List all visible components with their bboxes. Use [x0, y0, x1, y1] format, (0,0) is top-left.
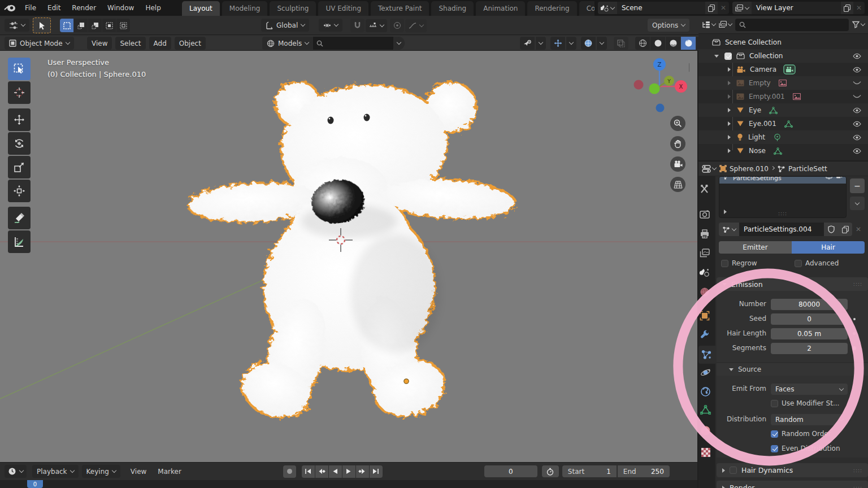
- outliner-row-eye[interactable]: Eye: [698, 103, 868, 117]
- tab-tool[interactable]: [700, 184, 710, 194]
- axis-z-neg-handle[interactable]: [656, 104, 665, 112]
- overlays-toggle[interactable]: [581, 37, 596, 50]
- particle-slot-remove-button[interactable]: −: [850, 178, 865, 193]
- tab-view-layer[interactable]: [700, 249, 710, 258]
- tool-settings-dropdown[interactable]: [5, 19, 29, 32]
- use-preview-range-toggle[interactable]: [542, 465, 559, 477]
- use-modifier-stack-checkbox[interactable]: [771, 400, 778, 407]
- proportional-edit-toggle[interactable]: [390, 19, 404, 32]
- number-field[interactable]: 80000: [771, 299, 848, 310]
- play-reverse-button[interactable]: [329, 465, 342, 478]
- menu-render[interactable]: Render: [66, 1, 102, 15]
- tab-compositing[interactable]: Compos: [579, 1, 594, 16]
- seed-animate-dot[interactable]: [853, 318, 856, 320]
- teddy-bear-model[interactable]: [188, 79, 515, 426]
- object-visibility-button[interactable]: [520, 37, 535, 50]
- timeline-view-menu[interactable]: View: [125, 464, 152, 479]
- distribution-dropdown[interactable]: Random: [771, 414, 848, 425]
- navigation-gizmo[interactable]: Z Y X: [631, 54, 693, 116]
- hair-toggle-button[interactable]: Hair: [792, 241, 865, 254]
- segments-field[interactable]: 2: [771, 343, 848, 354]
- expand-arrow-icon[interactable]: [728, 67, 731, 72]
- current-frame-field[interactable]: 0: [484, 465, 537, 477]
- menu-select[interactable]: Select: [115, 37, 145, 50]
- asset-library-dropdown[interactable]: Models: [262, 37, 313, 50]
- select-mode-intersect-button[interactable]: [116, 19, 130, 32]
- eye-visible-icon[interactable]: [853, 134, 861, 141]
- tab-world[interactable]: [700, 287, 710, 297]
- unlink-datablock-button[interactable]: ✕: [852, 223, 865, 236]
- list-expand-arrow[interactable]: [724, 210, 727, 214]
- particle-slot-specials-button[interactable]: [850, 197, 865, 210]
- seed-field[interactable]: 0: [771, 313, 848, 325]
- scene-name[interactable]: Scene: [617, 4, 705, 12]
- tab-particles[interactable]: [701, 349, 712, 360]
- emit-from-dropdown[interactable]: Faces: [771, 384, 848, 395]
- tab-shading[interactable]: Shading: [431, 1, 474, 16]
- play-button[interactable]: [342, 465, 355, 478]
- outliner-filter-display-dropdown[interactable]: [719, 21, 732, 28]
- snap-settings-dropdown[interactable]: [366, 19, 387, 32]
- regrow-checkbox-row[interactable]: Regrow: [721, 259, 757, 267]
- hair-dynamics-checkbox[interactable]: [730, 467, 737, 474]
- outliner-row-eye-001[interactable]: Eye.001: [698, 117, 868, 130]
- sidebar-collapse-arrow[interactable]: [689, 63, 689, 71]
- render-enable-icon[interactable]: [836, 176, 843, 179]
- random-order-row[interactable]: Random Order: [771, 430, 831, 438]
- keying-menu[interactable]: Keying: [82, 465, 120, 478]
- outliner-search-input[interactable]: [749, 21, 805, 29]
- eye-visible-icon[interactable]: [853, 107, 861, 114]
- expand-arrow-icon[interactable]: [728, 149, 731, 153]
- tab-animation[interactable]: Animation: [476, 1, 525, 16]
- particle-slot-list[interactable]: ParticleSettings: [719, 176, 847, 218]
- select-mode-subtract-button[interactable]: [88, 19, 102, 32]
- menu-help[interactable]: Help: [140, 1, 166, 15]
- menu-object[interactable]: Object: [175, 37, 206, 50]
- tool-scale-button[interactable]: [8, 156, 31, 178]
- tab-texture-paint[interactable]: Texture Paint: [371, 1, 429, 16]
- visibility-dropdown[interactable]: [536, 37, 546, 50]
- shading-solid-button[interactable]: [650, 37, 665, 50]
- tool-measure-button[interactable]: [8, 230, 31, 253]
- select-mode-new-button[interactable]: [60, 19, 73, 32]
- eye-visible-icon[interactable]: [853, 67, 861, 73]
- overlays-dropdown[interactable]: [597, 37, 607, 50]
- advanced-checkbox[interactable]: [795, 260, 802, 267]
- eye-visible-icon[interactable]: [853, 53, 861, 59]
- select-mode-invert-button[interactable]: [102, 19, 116, 32]
- eye-hidden-icon[interactable]: [853, 81, 861, 85]
- outliner-row-light[interactable]: Light: [698, 130, 868, 144]
- hair-dynamics-panel-header[interactable]: Hair Dynamics: [717, 463, 868, 477]
- view-layer-new-button[interactable]: [841, 2, 853, 14]
- playback-menu[interactable]: Playback: [32, 465, 79, 478]
- prev-keyframe-button[interactable]: [315, 465, 328, 478]
- expand-arrow-icon[interactable]: [728, 121, 731, 126]
- viewport-scene[interactable]: [0, 51, 697, 462]
- list-resize-grip[interactable]: [778, 211, 787, 216]
- copy-datablock-button[interactable]: [838, 223, 852, 236]
- axis-y-neg-handle[interactable]: [649, 84, 660, 94]
- panel-drag-grip[interactable]: [853, 485, 862, 488]
- tab-modifiers[interactable]: [700, 330, 710, 340]
- tab-rendering[interactable]: Rendering: [527, 1, 576, 16]
- advanced-checkbox-row[interactable]: Advanced: [795, 259, 839, 267]
- tool-annotate-button[interactable]: [8, 207, 31, 229]
- view-layer-name[interactable]: View Layer: [752, 4, 841, 12]
- frame-start-field[interactable]: Start 1: [562, 465, 617, 477]
- tab-physics[interactable]: [700, 367, 711, 378]
- tab-render[interactable]: [700, 210, 710, 219]
- properties-editor-type-dropdown[interactable]: [702, 165, 716, 173]
- menu-view[interactable]: View: [87, 37, 112, 50]
- eye-hidden-icon[interactable]: [853, 94, 861, 99]
- mode-dropdown[interactable]: Object Mode: [5, 37, 74, 50]
- render-panel-header[interactable]: Render: [717, 481, 868, 488]
- tab-material[interactable]: [700, 425, 711, 436]
- timeline-marker-menu[interactable]: Marker: [152, 464, 186, 479]
- scene-new-button[interactable]: [705, 2, 718, 14]
- even-distribution-row[interactable]: Even Distribution: [771, 445, 840, 452]
- axis-x-neg-handle[interactable]: [634, 80, 644, 90]
- snap-toggle-button[interactable]: [350, 19, 364, 32]
- fake-user-button[interactable]: [824, 223, 838, 236]
- outliner-row-empty[interactable]: Empty: [698, 76, 868, 90]
- select-mode-extend-button[interactable]: [74, 19, 88, 32]
